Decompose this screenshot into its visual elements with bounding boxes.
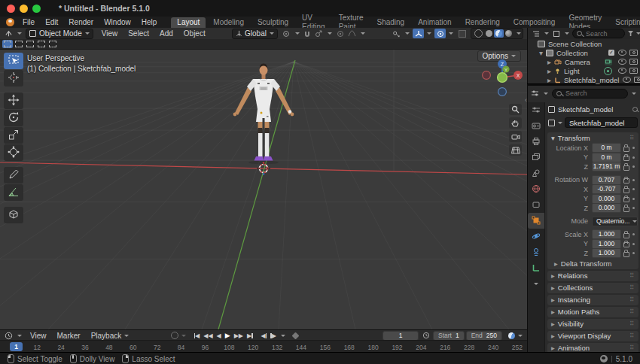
select-intersect-button[interactable] xyxy=(47,40,58,48)
panel-instancing[interactable]: ▸Instancing⠿ xyxy=(547,295,638,305)
workspace-tab-modeling[interactable]: Modeling xyxy=(207,17,250,28)
panel-grip-icon[interactable]: ⠿ xyxy=(629,308,635,315)
show-overlays-toggle[interactable] xyxy=(434,29,446,38)
xray-toggle[interactable] xyxy=(456,29,468,38)
lock-icon[interactable] xyxy=(623,197,629,202)
outliner-search[interactable] xyxy=(572,29,625,38)
tool-select-box-button[interactable] xyxy=(4,53,23,69)
jump-to-start-button[interactable]: ◀ xyxy=(192,332,202,339)
frame-start-field[interactable]: Start 1 xyxy=(433,331,465,341)
menu-file[interactable]: File xyxy=(17,17,40,28)
properties-tab-overflow[interactable] xyxy=(528,276,544,292)
shading-rendered-button[interactable] xyxy=(505,30,512,37)
properties-search-input[interactable] xyxy=(564,89,623,98)
workspace-tab-compositing[interactable]: Compositing xyxy=(507,17,562,28)
panel-grip-icon[interactable]: ⠿ xyxy=(629,296,635,303)
maximize-window-button[interactable] xyxy=(32,5,41,13)
outliner-item-name[interactable]: Scene Collection xyxy=(548,40,602,48)
breadcrumb-object-name[interactable]: Sketchfab_model xyxy=(558,105,613,114)
gizmo-negative-z-axis[interactable] xyxy=(498,88,507,96)
lock-icon[interactable] xyxy=(623,207,629,212)
outliner-item-name[interactable]: Light xyxy=(564,67,580,75)
auto-keying-button[interactable] xyxy=(171,332,186,339)
panel-grip-icon[interactable]: ⠿ xyxy=(629,344,635,351)
animate-dot-icon[interactable] xyxy=(632,188,635,190)
panel-viewport-display[interactable]: ▸Viewport Display⠿ xyxy=(547,331,638,341)
filter-icon[interactable] xyxy=(628,31,633,36)
outliner-row-sketchfab_model[interactable]: ▸Sketchfab_model xyxy=(528,75,640,84)
previous-keyframe-button[interactable]: ◀◀ xyxy=(202,332,215,339)
panel-visibility[interactable]: ▸Visibility⠿ xyxy=(547,319,638,329)
properties-tab-physics[interactable] xyxy=(528,229,544,244)
collapsed-icon[interactable]: ▸ xyxy=(547,67,554,75)
shading-material-button[interactable] xyxy=(494,29,504,38)
snap-target-icon[interactable] xyxy=(281,29,292,38)
shading-solid-button[interactable] xyxy=(486,30,492,37)
tool-cursor-button[interactable] xyxy=(4,70,23,86)
panel-motion-paths[interactable]: ▸Motion Paths⠿ xyxy=(547,307,638,317)
properties-tab-collection[interactable] xyxy=(528,197,544,213)
number-field[interactable]: 1.000 xyxy=(592,229,621,239)
outliner-row-collection[interactable]: ▾Collection✓ xyxy=(528,48,640,57)
animate-dot-icon[interactable] xyxy=(632,243,635,245)
panel-grip-icon[interactable]: ⠿ xyxy=(629,332,635,339)
checkbox-icon[interactable]: ✓ xyxy=(608,50,614,56)
properties-tab-constraints[interactable] xyxy=(528,244,544,260)
timeline-ruler[interactable]: 1 12243648607284961081201321441561681801… xyxy=(0,340,527,353)
workspace-tab-rendering[interactable]: Rendering xyxy=(459,17,506,28)
menu-help[interactable]: Help xyxy=(136,17,163,28)
properties-tab-world[interactable] xyxy=(528,181,544,197)
navigation-gizmo[interactable]: Z X Y xyxy=(481,59,523,99)
disable-render-icon[interactable] xyxy=(634,77,640,83)
workspace-tab-layout[interactable]: Layout xyxy=(171,17,206,28)
blender-logo-icon[interactable] xyxy=(6,18,14,26)
panel-grip-icon[interactable]: ⠿ xyxy=(629,272,635,279)
outliner-row-camera[interactable]: ▸Camera xyxy=(528,57,640,66)
tool-annotate-button[interactable] xyxy=(4,167,23,184)
animate-dot-icon[interactable] xyxy=(632,207,635,209)
outliner-item-name[interactable]: Sketchfab_model xyxy=(564,76,619,84)
animate-dot-icon[interactable] xyxy=(632,233,635,235)
use-preview-range-icon[interactable] xyxy=(420,331,431,341)
camera-view-icon[interactable] xyxy=(509,131,522,142)
snap-with-icon[interactable] xyxy=(313,29,325,38)
properties-tab-scene[interactable] xyxy=(528,165,544,181)
tool-transform-button[interactable] xyxy=(4,144,23,161)
gizmo-negative-y-axis[interactable] xyxy=(498,73,507,83)
menu-edit[interactable]: Edit xyxy=(40,17,63,28)
hide-eye-icon[interactable] xyxy=(618,68,626,74)
animate-dot-icon[interactable] xyxy=(632,147,635,149)
rotation-mode-dropdown[interactable]: Quaternio... xyxy=(592,217,638,226)
expand-icon[interactable]: ▾ xyxy=(539,49,546,57)
editor-type-outliner-icon[interactable] xyxy=(530,29,541,38)
tool-rotate-button[interactable] xyxy=(4,110,23,126)
properties-search[interactable] xyxy=(552,89,628,99)
lock-icon[interactable] xyxy=(623,156,629,161)
select-set-button[interactable] xyxy=(2,40,13,48)
zoom-icon[interactable] xyxy=(509,104,522,115)
snap-magnet-icon[interactable] xyxy=(302,29,313,38)
sidebar-collapse-icon[interactable]: ‹ xyxy=(525,96,527,104)
disable-render-icon[interactable] xyxy=(629,50,638,56)
workspace-tab-shading[interactable]: Shading xyxy=(370,17,410,28)
collapsed-icon[interactable]: ▸ xyxy=(547,58,554,66)
panel-collections[interactable]: ▸Collections⠿ xyxy=(547,283,638,293)
next-keyframe-button[interactable]: ▶▶ xyxy=(232,332,245,339)
play-reverse-button[interactable]: ◀ xyxy=(215,332,223,339)
current-frame-field[interactable]: 1 xyxy=(382,331,419,341)
number-field[interactable]: 0.707 xyxy=(592,175,621,185)
tool-move-button[interactable] xyxy=(4,93,23,109)
outliner-row-scene-collection[interactable]: Scene Collection xyxy=(528,39,640,48)
pin-icon[interactable] xyxy=(632,107,638,112)
properties-tab-tool[interactable] xyxy=(528,102,544,118)
number-field[interactable]: 1.7191 m xyxy=(592,162,621,171)
viewport-menu-object[interactable]: Object xyxy=(178,28,211,39)
lock-icon[interactable] xyxy=(623,178,629,184)
number-field[interactable]: 0 m xyxy=(592,143,621,153)
transform-orientation-dropdown[interactable]: Global xyxy=(232,29,278,39)
shading-wireframe-button[interactable] xyxy=(474,29,483,38)
properties-tab-view-layer[interactable] xyxy=(528,150,544,165)
editor-type-timeline-icon[interactable] xyxy=(3,331,14,341)
minimize-window-button[interactable] xyxy=(20,5,28,13)
frame-back-button[interactable]: ◀ xyxy=(259,332,269,339)
